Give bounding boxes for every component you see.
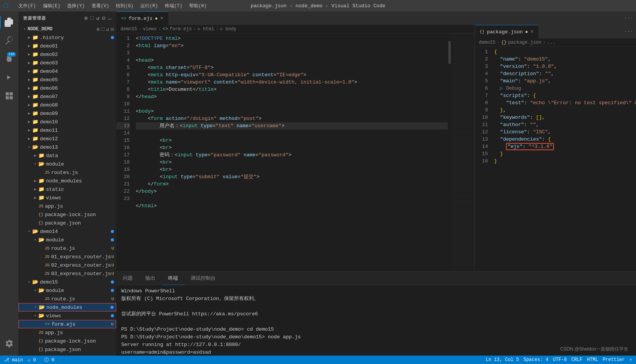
collapse-icon[interactable]: ⊟ [102,15,105,21]
editor-tabs-more[interactable]: ··· [621,11,636,25]
bc-html[interactable]: ◇ html [198,26,214,32]
tree-item-packagejson15[interactable]: {} package.json [18,345,116,354]
tree-item-appjs15[interactable]: JS app.js [18,328,116,337]
tree-item-packagejson13[interactable]: {} package.json [18,219,116,227]
tree-item-demo08[interactable]: ▶ 📁 demo08 [18,101,116,109]
tree-item-packagelockjson13[interactable]: {} package-lock.json [18,210,116,219]
new-folder-icon[interactable]: □ [90,15,94,21]
menu-item-F[interactable]: 文件(F) [15,2,39,10]
tree-item-module14[interactable]: ▾ 📂 module [18,236,116,244]
tree-item-views15[interactable]: ▾ 📂 views [18,312,116,320]
tree-item-demo12[interactable]: ▶ 📁 demo12 [18,134,116,143]
tree-item-demo11[interactable]: ▶ 📁 demo11 [18,126,116,134]
tree-item-data13[interactable]: ▶ 📁 data [18,151,116,160]
menu-item-V[interactable]: 查看(V) [89,2,112,10]
file-tree: ▾ NODE_DEMO ⊕ □ ↺ ⊟ ▶ 📁 .history ▶ 📁 [18,25,116,356]
code-editor-left[interactable]: 12345 678910 1112131415 1617181920 21222… [117,33,475,271]
tree-item-demo03[interactable]: ▶ 📁 demo03 [18,59,116,67]
tab-formejs[interactable]: <> form.ejs ● × [117,11,168,25]
code-content-left[interactable]: <!DOCTYPE html> <html lang="en"> <head> … [133,33,448,271]
tree-item-module13[interactable]: ▾ 📂 module [18,160,116,168]
status-eol[interactable]: CRLF [572,357,583,362]
tree-item-demo06[interactable]: ▶ 📁 demo06 [18,84,116,92]
watermark: CSDN @Sheldon一莫烟雨任平生 [560,346,628,353]
tree-item-demo13[interactable]: ▾ 📂 demo13 [18,143,116,151]
more-icon[interactable]: … [108,15,112,21]
new-folder-btn[interactable]: □ [101,26,104,33]
menu-item-T[interactable]: 终端(T) [162,2,186,10]
tree-item-03express[interactable]: JS 03_express_router.js U [18,269,116,278]
status-prettier[interactable]: Prettier [603,357,625,362]
bc-r-packagejson[interactable]: package.json [508,40,541,45]
tree-item-routejs15[interactable]: JS route.js U [18,295,116,303]
tree-item-routesjs[interactable]: JS routes.js [18,168,116,177]
tab-packagejson[interactable]: {} package.json ● × [475,25,539,38]
tab-close-packagejson[interactable]: × [531,29,534,35]
activity-run[interactable] [0,68,18,87]
menu-item-R[interactable]: 运行(R) [137,2,161,10]
new-file-icon[interactable]: ⊕ [84,15,88,21]
terminal-line-2: 版权所有 (C) Microsoft Corporation。保留所有权利。 [121,295,631,303]
status-ln-col[interactable]: Ln 13, Col 5 [486,357,519,362]
tree-item-views13[interactable]: ▶ 📁 views [18,193,116,202]
tree-item-demo10[interactable]: ▶ 📁 demo10 [18,118,116,126]
status-encoding[interactable]: UTF-8 [553,357,567,362]
tree-item-demo14[interactable]: ▾ 📂 demo14 [18,227,116,236]
right-tabs-more[interactable]: ··· [621,25,636,38]
status-errors[interactable]: ⚠ 0 ⓘ 0 [28,357,54,363]
panel-tab-output[interactable]: 输出 [139,272,162,285]
tab-modified-formejs: ● [155,16,158,21]
tree-root[interactable]: ▾ NODE_DEMO ⊕ □ ↺ ⊟ [18,25,116,33]
tree-item-node_modules15[interactable]: ▾ 📂 node_modules [18,303,116,312]
terminal-content[interactable]: Windows PowerShell 版权所有 (C) Microsoft Co… [117,285,636,356]
tree-item-routejs14[interactable]: JS route.js U [18,244,116,253]
bc-demo15[interactable]: demo15 [120,26,137,32]
minimap-left [451,33,475,271]
tree-item-demo02[interactable]: ▶ 📁 demo02 [18,50,116,59]
bc-views[interactable]: views [143,26,157,32]
code-content-right[interactable]: { "name": "demo15", "version": "1.0.0", … [491,47,636,271]
scrollbar-left[interactable] [448,33,451,271]
panel-tab-debug[interactable]: 调试控制台 [185,272,222,285]
tree-item-demo09[interactable]: ▶ 📁 demo09 [18,109,116,118]
tree-item-01express[interactable]: JS 01_express_router.js U [18,253,116,261]
tree-item-demo05[interactable]: ▶ 📁 demo05 [18,75,116,84]
menu-item-Y[interactable]: 选择(Y) [64,2,88,10]
new-file-btn[interactable]: ⊕ [96,26,99,33]
activity-search[interactable] [0,31,18,50]
status-branch[interactable]: ⎇ main [4,357,23,363]
code-editor-right[interactable]: 12345 678910 1112131415 16 { "name": "de… [475,47,636,271]
status-spaces[interactable]: Spaces: 4 [524,357,549,362]
tab-close-formejs[interactable]: × [160,15,163,21]
tree-item-demo15[interactable]: ▾ 📂 demo15 [18,278,116,286]
activity-explorer[interactable] [0,13,18,31]
status-lang[interactable]: HTML [587,357,598,362]
menu-item-H[interactable]: 帮助(H) [186,2,210,10]
tree-item-appjs13[interactable]: JS app.js [18,202,116,210]
tree-item-02express[interactable]: JS 02_express_router.js U [18,261,116,269]
menu-item-G[interactable]: 转到(G) [113,2,137,10]
bc-body[interactable]: ◇ body [220,26,236,32]
refresh-icon[interactable]: ↺ [96,15,100,21]
sidebar: 资源管理器 ⊕ □ ↺ ⊟ … ▾ NODE_DEMO ⊕ □ ↺ ⊟ [18,11,117,356]
tree-item-packagelockjson15[interactable]: {} package-lock.json [18,337,116,345]
tree-item-demo04[interactable]: ▶ 📁 demo04 [18,67,116,75]
menu-item-E[interactable]: 编辑(E) [40,2,64,10]
tree-item-module15[interactable]: ▾ 📂 module [18,286,116,295]
panel-tab-issues[interactable]: 问题 [117,272,139,285]
activity-settings[interactable] [0,334,18,353]
refresh-btn[interactable]: ↺ [106,26,109,33]
tree-item-demo01[interactable]: ▶ 📁 demo01 [18,42,116,50]
tree-item-node_modules13[interactable]: ▶ 📁 node_modules [18,177,116,185]
tree-item-history[interactable]: ▶ 📁 .history [18,33,116,42]
collapse-btn[interactable]: ⊟ [111,26,114,33]
status-notification[interactable]: ⚡ [629,357,632,363]
panel-tab-terminal[interactable]: 终端 [162,272,185,285]
bc-formejs[interactable]: form.ejs [170,26,192,32]
activity-extensions[interactable] [0,87,18,105]
tree-item-formejs[interactable]: <> form.ejs U [18,320,116,328]
bc-r-demo15[interactable]: demo15 [479,40,495,45]
tree-item-demo07[interactable]: ▶ 📁 demo07 [18,92,116,101]
tree-item-static13[interactable]: ▶ 📁 static [18,185,116,193]
activity-scm[interactable]: 188 [0,50,18,68]
